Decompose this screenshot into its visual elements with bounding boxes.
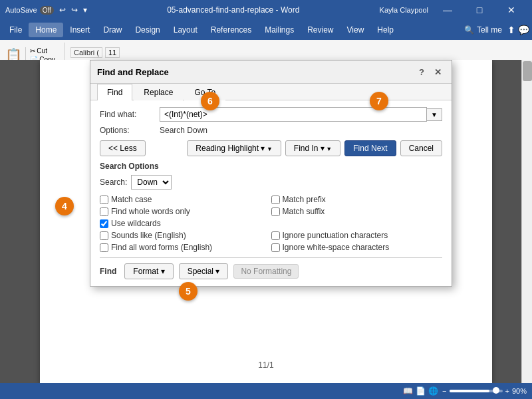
window-controls: — □ ✕ xyxy=(432,0,527,20)
sounds-like-checkbox[interactable] xyxy=(100,231,108,240)
match-prefix-row: Match prefix xyxy=(271,195,443,204)
find-what-row: Find what: ▼ xyxy=(100,107,442,122)
zoom-thumb xyxy=(493,387,499,394)
match-suffix-label: Match suffix xyxy=(283,207,325,216)
menu-insert[interactable]: Insert xyxy=(63,23,96,37)
format-button[interactable]: Format ▾ xyxy=(124,263,173,279)
options-label: Options: xyxy=(100,126,160,135)
search-direction-row: Search: Down Up All xyxy=(100,175,442,190)
find-format-section: Find Format ▾ Special ▾ No Formatting xyxy=(100,257,442,279)
tab-replace[interactable]: Replace xyxy=(134,84,183,100)
statusbar: 📖 📄 🌐 − + 90% xyxy=(0,383,532,399)
font-name[interactable]: Calibri ( xyxy=(70,47,102,58)
search-options-right: Match prefix Match suffix Ignore punctua… xyxy=(271,195,443,255)
menu-layout[interactable]: Layout xyxy=(167,23,204,37)
menu-home[interactable]: Home xyxy=(29,23,63,37)
zoom-control: − + 90% xyxy=(442,387,527,395)
zoom-in-icon[interactable]: + xyxy=(505,387,509,395)
menu-view[interactable]: View xyxy=(340,23,371,37)
match-suffix-row: Match suffix xyxy=(271,207,443,216)
annotation-6: 6 xyxy=(201,92,219,110)
menu-file[interactable]: File xyxy=(3,23,29,37)
statusbar-view-icons: 📖 📄 🌐 xyxy=(403,386,438,396)
all-forms-label: Find all word forms (English) xyxy=(111,243,212,252)
whole-words-row: Find whole words only xyxy=(100,207,271,216)
find-what-label: Find what: xyxy=(100,110,160,119)
zoom-slider-fill xyxy=(450,390,489,392)
ignore-punctuation-label: Ignore punctuation characters xyxy=(283,231,388,240)
find-what-dropdown[interactable]: ▼ xyxy=(427,108,442,121)
window-share: ⬆ 💬 xyxy=(507,25,529,35)
zoom-level[interactable]: 90% xyxy=(512,387,527,395)
search-label: Search: xyxy=(100,178,127,187)
wildcards-checkbox[interactable] xyxy=(100,219,108,228)
customize-icon[interactable]: ▾ xyxy=(83,5,87,15)
menu-references[interactable]: References xyxy=(204,23,258,37)
web-layout-icon[interactable]: 🌐 xyxy=(428,386,438,396)
minimize-button[interactable]: — xyxy=(432,0,463,20)
ignore-whitespace-checkbox[interactable] xyxy=(271,243,280,252)
search-options-left: Match case Find whole words only Use wil… xyxy=(100,195,271,255)
titlebar: AutoSave Off ↩ ↪ ▾ 05-advanced-find-and-… xyxy=(0,0,532,20)
window-title: 05-advanced-find-and-replace - Word xyxy=(167,5,299,15)
autosave-label: AutoSave xyxy=(5,6,37,14)
share-icon[interactable]: ⬆ xyxy=(507,25,515,35)
titlebar-left: AutoSave Off ↩ ↪ ▾ xyxy=(5,5,87,15)
dialog-help-button[interactable]: ? xyxy=(414,65,429,79)
zoom-slider[interactable] xyxy=(450,390,503,392)
scrollbar-thumb[interactable] xyxy=(523,61,532,81)
menu-draw[interactable]: Draw xyxy=(96,23,128,37)
less-button[interactable]: << Less xyxy=(100,140,146,156)
search-direction-select[interactable]: Down Up All xyxy=(131,175,172,190)
dialog-buttons: << Less Reading Highlight ▾ Find In ▾ Fi… xyxy=(100,140,442,156)
find-in-button[interactable]: Find In ▾ xyxy=(285,140,340,156)
find-replace-dialog: Find and Replace ? ✕ Find Replace Go To … xyxy=(90,60,452,287)
find-what-input[interactable] xyxy=(160,107,427,122)
tab-find[interactable]: Find xyxy=(97,84,132,100)
options-row: Options: Search Down xyxy=(100,126,442,135)
menubar: File Home Insert Draw Design Layout Refe… xyxy=(0,20,532,40)
match-suffix-checkbox[interactable] xyxy=(271,207,280,216)
spacer xyxy=(271,219,443,228)
dialog-close-button[interactable]: ✕ xyxy=(430,65,445,79)
font-size[interactable]: 11 xyxy=(105,47,120,58)
find-section-label: Find xyxy=(100,267,116,276)
dialog-controls: ? ✕ xyxy=(414,65,445,79)
match-case-label: Match case xyxy=(111,195,152,204)
page-number: 11/1 xyxy=(258,360,273,370)
match-prefix-checkbox[interactable] xyxy=(271,196,280,204)
find-next-button[interactable]: Find Next xyxy=(344,140,396,156)
match-prefix-label: Match prefix xyxy=(283,195,326,204)
vertical-scrollbar[interactable] xyxy=(521,60,532,383)
menu-review[interactable]: Review xyxy=(301,23,340,37)
sounds-like-row: Sounds like (English) xyxy=(100,231,271,240)
tell-me-label: Tell me xyxy=(477,25,502,35)
match-case-checkbox[interactable] xyxy=(100,196,108,204)
read-mode-icon[interactable]: 📖 xyxy=(403,386,413,396)
whole-words-label: Find whole words only xyxy=(111,207,190,216)
menu-mailings[interactable]: Mailings xyxy=(258,23,301,37)
menu-design[interactable]: Design xyxy=(128,23,166,37)
zoom-out-icon[interactable]: − xyxy=(442,387,446,395)
user-name: Kayla Claypool xyxy=(380,6,428,14)
autosave-toggle[interactable]: AutoSave Off xyxy=(5,6,54,15)
ignore-punctuation-row: Ignore punctuation characters xyxy=(271,231,443,240)
comment-icon[interactable]: 💬 xyxy=(518,25,529,35)
ignore-whitespace-row: Ignore white-space characters xyxy=(271,243,443,252)
special-button[interactable]: Special ▾ xyxy=(179,263,229,279)
close-button[interactable]: ✕ xyxy=(496,0,527,20)
cut-button[interactable]: ✂ Cut xyxy=(30,47,59,55)
cancel-button[interactable]: Cancel xyxy=(400,140,442,156)
redo-icon[interactable]: ↪ xyxy=(71,5,78,15)
print-layout-icon[interactable]: 📄 xyxy=(416,386,426,396)
menu-help[interactable]: Help xyxy=(370,23,400,37)
sounds-like-label: Sounds like (English) xyxy=(111,231,186,240)
ignore-punctuation-checkbox[interactable] xyxy=(271,231,280,240)
dialog-content: Find what: ▼ Options: Search Down << Les… xyxy=(90,100,452,286)
autosave-state: Off xyxy=(40,6,54,15)
reading-highlight-button[interactable]: Reading Highlight ▾ xyxy=(187,140,281,156)
maximize-button[interactable]: □ xyxy=(464,0,495,20)
whole-words-checkbox[interactable] xyxy=(100,207,108,216)
undo-icon[interactable]: ↩ xyxy=(59,5,66,15)
all-forms-checkbox[interactable] xyxy=(100,243,108,252)
